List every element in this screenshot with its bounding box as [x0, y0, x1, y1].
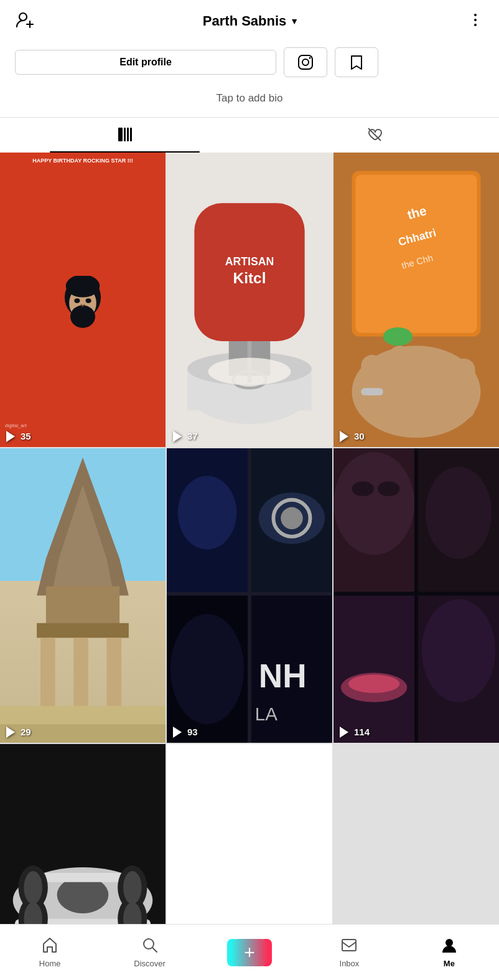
bookmark-button[interactable] — [335, 47, 378, 77]
video-thumb-3[interactable]: the Chhatri the Chh 30 — [333, 153, 499, 447]
svg-point-17 — [70, 305, 95, 327]
svg-point-19 — [86, 298, 91, 303]
svg-point-66 — [352, 481, 374, 496]
video-thumb-5[interactable]: NH LA 93 — [167, 448, 332, 743]
svg-rect-36 — [361, 355, 383, 419]
svg-point-8 — [309, 57, 311, 59]
video-count-6: 114 — [340, 727, 370, 738]
profile-icon — [441, 936, 458, 956]
svg-point-58 — [170, 614, 244, 724]
svg-point-100 — [445, 939, 453, 946]
video-thumb-6[interactable]: 114 — [333, 448, 499, 743]
svg-point-52 — [178, 476, 237, 549]
more-button[interactable] — [467, 11, 484, 31]
video-count-1: 35 — [6, 431, 31, 442]
svg-point-72 — [348, 674, 400, 693]
svg-point-74 — [422, 599, 495, 702]
nav-inbox[interactable]: Inbox — [299, 925, 399, 980]
nav-home[interactable]: Home — [0, 925, 100, 980]
svg-rect-99 — [342, 940, 356, 951]
nav-create[interactable]: + — [200, 925, 299, 980]
profile-actions: Edit profile — [0, 42, 499, 87]
liked-hidden-icon — [366, 126, 383, 146]
tab-grid[interactable] — [0, 118, 250, 153]
svg-text:Kitcl: Kitcl — [233, 270, 266, 286]
nav-me-label: Me — [444, 959, 455, 968]
add-user-button[interactable] — [15, 10, 35, 32]
svg-rect-37 — [389, 346, 411, 419]
nav-me[interactable]: Me — [399, 925, 499, 980]
video-count-2: 37 — [173, 431, 198, 442]
create-button[interactable]: + — [231, 939, 268, 966]
svg-point-4 — [474, 19, 477, 21]
svg-point-56 — [281, 507, 302, 529]
content-tabs — [0, 118, 499, 153]
svg-point-86 — [24, 871, 42, 904]
svg-rect-39 — [453, 359, 475, 420]
inbox-icon — [340, 936, 358, 956]
svg-line-98 — [152, 948, 157, 952]
svg-rect-11 — [127, 128, 129, 141]
video-count-3: 30 — [340, 431, 365, 442]
svg-rect-12 — [130, 128, 132, 141]
svg-point-87 — [123, 871, 142, 904]
grid-icon — [117, 126, 133, 146]
chevron-down-icon: ▼ — [290, 16, 299, 26]
svg-point-41 — [383, 327, 413, 346]
svg-text:LA: LA — [255, 704, 277, 724]
video-grid: HAPPY BIRTHDAY ROCKING STAR !!! — [0, 153, 499, 980]
nav-discover[interactable]: Discover — [100, 925, 199, 980]
video-thumb-4[interactable]: 29 — [0, 448, 166, 743]
svg-rect-9 — [118, 128, 123, 141]
svg-rect-70 — [333, 595, 414, 742]
svg-point-5 — [474, 24, 477, 26]
bottom-nav: Home Discover + Inbox — [0, 924, 499, 980]
nav-inbox-label: Inbox — [340, 959, 360, 968]
instagram-button[interactable] — [284, 47, 327, 77]
svg-point-69 — [426, 466, 492, 558]
svg-point-29 — [208, 358, 291, 385]
tab-liked[interactable] — [250, 118, 499, 153]
svg-rect-50 — [0, 706, 166, 725]
svg-text:NH: NH — [259, 657, 307, 694]
svg-point-3 — [474, 14, 477, 16]
nav-home-label: Home — [39, 959, 61, 968]
svg-rect-31 — [355, 174, 477, 332]
svg-rect-45 — [37, 623, 129, 638]
video-thumb-2[interactable]: ARTISAN Kitcl 37 — [167, 153, 332, 447]
edit-profile-button[interactable]: Edit profile — [15, 50, 276, 75]
video-count-4: 29 — [6, 727, 31, 738]
svg-text:ARTISAN: ARTISAN — [225, 255, 274, 268]
svg-point-18 — [74, 298, 80, 303]
nav-discover-label: Discover — [134, 959, 166, 968]
header: Parth Sabnis ▼ — [0, 0, 499, 42]
video-count-5: 93 — [173, 727, 198, 738]
svg-point-67 — [378, 481, 399, 496]
svg-point-7 — [302, 59, 309, 65]
svg-rect-10 — [124, 128, 126, 141]
svg-rect-40 — [361, 388, 383, 395]
profile-name[interactable]: Parth Sabnis ▼ — [203, 13, 299, 29]
video-thumb-1[interactable]: HAPPY BIRTHDAY ROCKING STAR !!! — [0, 153, 166, 447]
plus-icon: + — [244, 943, 255, 962]
svg-point-65 — [333, 452, 414, 555]
svg-rect-38 — [422, 351, 444, 421]
search-icon — [141, 936, 159, 956]
bio-placeholder[interactable]: Tap to add bio — [0, 87, 499, 117]
home-icon — [41, 936, 58, 956]
svg-point-0 — [19, 13, 27, 21]
